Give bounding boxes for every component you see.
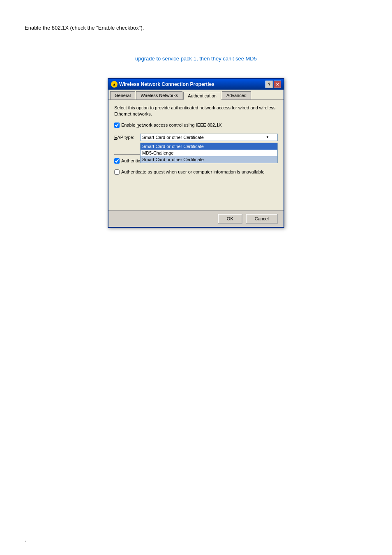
eap-select[interactable]: Smart Card or other Certificate ▼ bbox=[140, 134, 278, 141]
enable-checkbox[interactable] bbox=[114, 123, 120, 128]
auth-computer-checkbox[interactable] bbox=[114, 158, 120, 164]
dialog-title: Wireless Network Connection Properties bbox=[119, 81, 214, 87]
cancel-button[interactable]: Cancel bbox=[246, 214, 278, 224]
dialog-footer: OK Cancel bbox=[108, 210, 284, 227]
tab-bar: General Wireless Networks Authentication… bbox=[108, 90, 284, 100]
enable-checkbox-row: Enable network access control using IEEE… bbox=[114, 123, 278, 128]
eap-label: EAP type: bbox=[114, 134, 137, 140]
upgrade-link[interactable]: upgrade to service pack 1, then they can… bbox=[25, 56, 367, 62]
tab-general[interactable]: General bbox=[110, 91, 135, 99]
auth-guest-checkbox[interactable] bbox=[114, 169, 120, 175]
close-button[interactable]: ✕ bbox=[274, 81, 281, 88]
dialog-titlebar: ▲ Wireless Network Connection Properties… bbox=[108, 79, 284, 90]
eap-dropdown-area: Smart Card or other Certificate ▼ Smart … bbox=[140, 134, 278, 150]
eap-row: EAP type: Smart Card or other Certificat… bbox=[114, 134, 278, 150]
tab-authentication[interactable]: Authentication bbox=[183, 92, 221, 100]
dialog-window: ▲ Wireless Network Connection Properties… bbox=[108, 78, 284, 228]
eap-option-md5[interactable]: MD5-Challenge bbox=[141, 150, 277, 156]
bottom-comma: , bbox=[25, 537, 26, 543]
dialog-description: Select this option to provide authentica… bbox=[114, 105, 278, 118]
eap-dropdown-list: Smart Card or other Certificate MD5-Chal… bbox=[140, 143, 278, 163]
tab-advanced[interactable]: Advanced bbox=[222, 91, 251, 99]
auth-guest-label: Authenticate as guest when user or compu… bbox=[121, 169, 265, 175]
title-icon: ▲ bbox=[111, 81, 118, 88]
eap-option-smart-card[interactable]: Smart Card or other Certificate bbox=[141, 143, 277, 150]
instruction-text: Enable the 802.1X (check the "Enable che… bbox=[25, 25, 367, 31]
ok-button[interactable]: OK bbox=[218, 214, 242, 224]
help-button[interactable]: ? bbox=[265, 81, 273, 88]
eap-option-smart-card-2[interactable]: Smart Card or other Certificate bbox=[141, 156, 277, 163]
auth-guest-row: Authenticate as guest when user or compu… bbox=[114, 169, 278, 175]
tab-wireless-networks[interactable]: Wireless Networks bbox=[136, 91, 182, 99]
enable-checkbox-label: Enable network access control using IEEE… bbox=[121, 123, 222, 127]
